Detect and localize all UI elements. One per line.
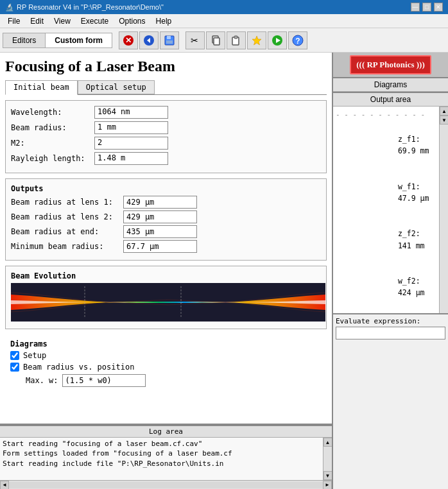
beam-radius-checkbox[interactable] xyxy=(10,363,19,372)
custom-form-button[interactable]: Custom form xyxy=(46,33,112,47)
rayleigh-input[interactable]: 1.48 m xyxy=(94,152,168,165)
star-icon xyxy=(251,35,263,46)
zf2-value: 141 mm xyxy=(398,241,425,250)
paste-button[interactable] xyxy=(227,31,246,49)
output-row-lens2: Beam radius at lens 2: 429 µm xyxy=(11,210,321,223)
toolbar: Editors Custom form ✕ ✂ xyxy=(0,28,448,53)
rayleigh-label: Rayleigh length: xyxy=(11,154,94,163)
m2-label: M2: xyxy=(11,139,94,148)
setup-checkbox[interactable] xyxy=(10,351,19,360)
form-row-beam-radius: Beam radius: 1 mm xyxy=(11,121,321,134)
svg-marker-12 xyxy=(252,36,261,45)
svg-text:✕: ✕ xyxy=(125,36,132,45)
lens1-label: Beam radius at lens 1: xyxy=(11,198,123,207)
checkbox-setup-row: Setup xyxy=(10,351,322,360)
svg-rect-11 xyxy=(234,36,237,39)
tab-initial-beam[interactable]: Initial beam xyxy=(5,80,78,95)
out-scroll-up[interactable]: ▲ xyxy=(440,107,448,116)
log-hscroll-left[interactable]: ◄ xyxy=(0,481,9,490)
log-content: Start reading "focusing of a laser beam.… xyxy=(0,438,323,480)
out-scroll-down[interactable]: ▼ xyxy=(440,116,448,124)
zf1-value: 69.9 mm xyxy=(398,146,429,155)
log-line-3: Start reading include file "P:\RP_Resona… xyxy=(3,459,320,468)
initial-beam-section: Wavelength: 1064 nm Beam radius: 1 mm M2… xyxy=(5,100,327,173)
lens2-value: 429 µm xyxy=(123,210,197,223)
title-bar: 🔬 RP Resonator V4 in "P:\RP_Resonator\De… xyxy=(0,0,448,14)
close-button[interactable]: ✕ xyxy=(434,3,443,12)
checkbox-beam-radius-row: Beam radius vs. position xyxy=(10,363,322,372)
log-scroll-up[interactable]: ▲ xyxy=(323,438,332,447)
log-area: Log area Start reading "focusing of a la… xyxy=(0,425,332,489)
menu-file[interactable]: File xyxy=(3,15,25,27)
svg-rect-6 xyxy=(166,40,173,44)
svg-rect-5 xyxy=(167,36,171,39)
wavelength-input[interactable]: 1064 nm xyxy=(94,106,168,119)
minimize-button[interactable]: — xyxy=(411,3,420,12)
beam-radius-input[interactable]: 1 mm xyxy=(94,121,168,134)
wf1-value: 47.9 µm xyxy=(398,194,429,203)
form-row-rayleigh: Rayleigh length: 1.48 m xyxy=(11,152,321,165)
beam-visualization xyxy=(11,283,325,322)
menu-options[interactable]: Options xyxy=(114,15,150,27)
lens1-value: 429 µm xyxy=(123,196,197,209)
save-icon xyxy=(164,35,175,46)
output-row-lens1: Beam radius at lens 1: 429 µm xyxy=(11,196,321,209)
help-button[interactable]: ? xyxy=(288,31,307,49)
help-icon: ? xyxy=(292,35,304,46)
setup-label: Setup xyxy=(23,351,46,360)
output-panel-wrap: - - - - - - - - - - - z_f1: 69.9 mm w_f1… xyxy=(333,107,448,313)
wf2-key: w_f2: xyxy=(398,275,424,287)
log-hscroll: ◄ ► xyxy=(0,480,332,489)
back-button[interactable] xyxy=(139,31,159,49)
menu-help[interactable]: Help xyxy=(151,15,177,27)
menu-view[interactable]: View xyxy=(49,15,76,27)
wf1-key: w_f1: xyxy=(398,181,424,193)
stop-button[interactable]: ✕ xyxy=(119,31,138,49)
run-icon xyxy=(271,35,283,46)
copy-button[interactable] xyxy=(206,31,225,49)
max-w-input[interactable] xyxy=(62,374,146,387)
max-w-label: Max. w: xyxy=(26,376,58,385)
output-zf2: z_f2: 141 mm xyxy=(336,216,436,264)
diagrams-title: Diagrams xyxy=(10,339,322,348)
star-button[interactable] xyxy=(247,31,266,49)
out-scrollbar: ▲ ▼ xyxy=(439,107,448,313)
app-icon: 🔬 xyxy=(5,3,14,12)
page-title: Focusing of a Laser Beam xyxy=(5,58,327,75)
cut-button[interactable]: ✂ xyxy=(185,31,205,49)
svg-rect-9 xyxy=(214,38,220,45)
output-text-area: - - - - - - - - - - - z_f1: 69.9 mm w_f1… xyxy=(333,107,439,313)
svg-text:?: ? xyxy=(295,37,300,46)
paste-icon xyxy=(230,35,242,46)
log-scroll-down[interactable]: ▼ xyxy=(323,471,332,480)
end-value: 435 µm xyxy=(123,225,197,238)
max-w-row: Max. w: xyxy=(26,374,322,387)
run-button[interactable] xyxy=(268,31,287,49)
outputs-title: Outputs xyxy=(11,184,321,193)
stop-icon: ✕ xyxy=(123,35,134,46)
output-panel-content: - - - - - - - - - - - z_f1: 69.9 mm w_f1… xyxy=(333,107,439,313)
log-line-1: Start reading "focusing of a laser beam.… xyxy=(3,439,320,449)
cut-icon: ✂ xyxy=(189,35,201,46)
log-hscroll-track[interactable] xyxy=(9,482,323,488)
menu-execute[interactable]: Execute xyxy=(76,15,114,27)
maximize-button[interactable]: □ xyxy=(422,3,431,12)
right-panel: ((( RP Photonics ))) Diagrams Output are… xyxy=(333,53,448,489)
m2-input[interactable]: 2 xyxy=(94,137,168,150)
tab-optical-setup[interactable]: Optical setup xyxy=(78,80,155,94)
log-line-2: Form settings loaded from "focusing of a… xyxy=(3,449,320,458)
wavelength-label: Wavelength: xyxy=(11,108,94,117)
editors-button[interactable]: Editors xyxy=(3,33,46,47)
output-panel: Output area - - - - - - - - - - - z_f1: … xyxy=(333,92,448,313)
svg-text:✂: ✂ xyxy=(191,35,198,46)
output-zf1: z_f1: 69.9 mm xyxy=(336,122,436,169)
beam-evolution-title: Beam Evolution xyxy=(11,271,321,280)
save-button[interactable] xyxy=(160,31,179,49)
form-row-m2: M2: 2 xyxy=(11,137,321,150)
zf2-key: z_f2: xyxy=(398,228,424,239)
evaluate-section: Evaluate expression: xyxy=(333,313,448,342)
menu-edit[interactable]: Edit xyxy=(25,15,49,27)
evaluate-input[interactable] xyxy=(336,327,445,339)
log-hscroll-right[interactable]: ► xyxy=(323,481,332,490)
beam-section: Beam Evolution xyxy=(5,266,327,329)
